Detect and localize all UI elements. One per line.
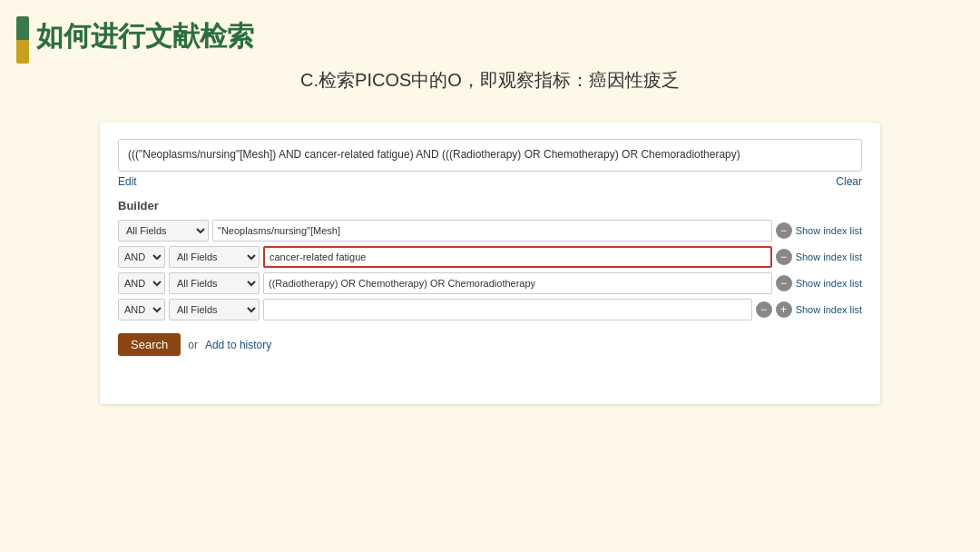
- bool-select-3[interactable]: AND OR NOT: [118, 299, 165, 320]
- bool-select-2[interactable]: AND OR NOT: [118, 272, 165, 294]
- table-row: AND OR NOT All Fields − + Show index lis…: [118, 299, 862, 320]
- query-display: ((("Neoplasms/nursing"[Mesh]) AND cancer…: [118, 139, 862, 172]
- edit-link[interactable]: Edit: [118, 175, 137, 188]
- add-row-button-3[interactable]: +: [776, 301, 792, 318]
- page-subtitle: C.检索PICOS中的O，即观察指标：癌因性疲乏: [0, 68, 980, 93]
- field-select-2[interactable]: All Fields: [169, 272, 260, 294]
- clear-link[interactable]: Clear: [836, 175, 862, 188]
- remove-row-button-0[interactable]: −: [776, 222, 792, 239]
- show-index-link-1[interactable]: Show index list: [796, 251, 862, 262]
- term-input-3[interactable]: [263, 299, 752, 320]
- search-button[interactable]: Search: [118, 333, 181, 356]
- remove-row-button-3[interactable]: −: [756, 301, 772, 318]
- builder-label: Builder: [118, 199, 862, 212]
- search-row: Search or Add to history: [118, 333, 862, 356]
- field-select-3[interactable]: All Fields: [169, 299, 260, 320]
- or-text: or: [188, 339, 198, 351]
- table-row: AND OR NOT All Fields − Show index list: [118, 272, 862, 294]
- page-title: 如何进行文献检索: [36, 18, 254, 55]
- table-row: AND OR NOT All Fields − Show index list: [118, 246, 862, 268]
- term-input-2[interactable]: [263, 272, 772, 294]
- query-actions: Edit Clear: [118, 175, 862, 188]
- show-index-link-3[interactable]: Show index list: [796, 304, 862, 315]
- term-input-1[interactable]: [263, 246, 772, 268]
- main-card: ((("Neoplasms/nursing"[Mesh]) AND cancer…: [100, 123, 880, 404]
- add-to-history-link[interactable]: Add to history: [205, 339, 271, 351]
- field-select-0[interactable]: All Fields: [118, 220, 209, 242]
- remove-row-button-2[interactable]: −: [776, 275, 792, 291]
- builder-rows: All Fields − Show index list AND OR NOT …: [118, 220, 862, 320]
- term-input-0[interactable]: [212, 220, 772, 242]
- header-accent-bar: [16, 16, 29, 64]
- show-index-link-2[interactable]: Show index list: [796, 278, 862, 289]
- remove-row-button-1[interactable]: −: [776, 249, 792, 265]
- bool-select-1[interactable]: AND OR NOT: [118, 246, 165, 268]
- show-index-link-0[interactable]: Show index list: [796, 225, 862, 236]
- field-select-1[interactable]: All Fields: [169, 246, 260, 268]
- table-row: All Fields − Show index list: [118, 220, 862, 242]
